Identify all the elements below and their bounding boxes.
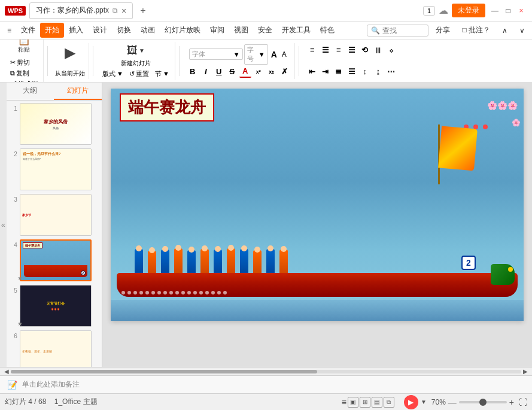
text-direction2-button[interactable]: ⬦ [385, 44, 397, 56]
minimize-button[interactable]: — [489, 5, 501, 17]
menu-animation[interactable]: 动画 [136, 23, 160, 38]
slide-thumb-2[interactable]: 说一说，元旦节什么日? 知道了什么风俗? [20, 148, 92, 190]
maximize-button[interactable]: □ [502, 5, 514, 17]
scrollbar-track[interactable] [11, 370, 521, 373]
font-dropdown-icon[interactable]: ▼ [233, 51, 240, 58]
new-slide-button[interactable]: 🖼 ▼ [124, 43, 147, 58]
italic-button[interactable]: I [200, 66, 212, 78]
slide-thumb-6[interactable]: 年夜饭、着年、走亲情 [20, 330, 92, 367]
outline-tab[interactable]: 大纲 [7, 83, 54, 100]
menu-view[interactable]: 视图 [229, 23, 253, 38]
notes-placeholder[interactable]: 单击此处添加备注 [22, 379, 80, 390]
hamburger-menu[interactable]: ≡ [2, 24, 16, 37]
menu-design[interactable]: 设计 [88, 23, 112, 38]
list-view-icon[interactable]: ≡ [342, 397, 346, 407]
search-input[interactable] [382, 26, 424, 35]
cloud-icon[interactable]: ☁ [439, 5, 448, 16]
review-comment-button[interactable]: □ 批注？ [457, 23, 495, 38]
align-right-button[interactable]: ≡ [333, 44, 345, 56]
add-tab-button[interactable]: + [136, 5, 149, 16]
indent-decrease-button[interactable]: ⇤ [306, 66, 318, 78]
clear-format-button[interactable]: ✗ [279, 66, 291, 78]
align-center-button[interactable]: ☰ [320, 44, 332, 56]
superscript-button[interactable]: x² [253, 66, 265, 78]
fit-to-screen-button[interactable]: ⛶ [519, 397, 527, 407]
bold-button[interactable]: B [187, 66, 199, 78]
grid-view-button[interactable]: ⊞ [360, 397, 370, 408]
zoom-slider-thumb[interactable] [479, 399, 487, 406]
play-dropdown-icon[interactable]: ▼ [421, 399, 427, 405]
section-button[interactable]: 节▼ [153, 69, 171, 79]
slide-item-4[interactable]: 4 端午赛龙舟 2 ★ [9, 239, 99, 281]
zoom-plus-button[interactable]: + [509, 397, 514, 407]
strikethrough-button[interactable]: S [226, 66, 238, 78]
scrollbar-thumb[interactable] [11, 370, 317, 373]
active-tab[interactable]: 习作：家乡的风俗.pptx ⧉ × [29, 2, 133, 19]
slide-item-1[interactable]: 1 家乡的风俗 风俗 [9, 103, 99, 145]
menu-start[interactable]: 开始 [40, 23, 64, 38]
slides-tab[interactable]: 幻灯片 [54, 83, 102, 100]
slide-item-6[interactable]: 6 年夜饭、着年、走亲情 [9, 330, 99, 367]
justify-button[interactable]: ☰ [346, 44, 358, 56]
font-color-button[interactable]: A [239, 66, 251, 78]
play-from-current-button[interactable]: ▶ [59, 44, 81, 61]
menu-slideshow[interactable]: 幻灯片放映 [160, 23, 205, 38]
zoom-slider-track[interactable] [459, 401, 507, 403]
slide-thumb-3[interactable]: 家乡节 [20, 194, 92, 236]
close-window-button[interactable]: × [515, 5, 527, 17]
scroll-left-button[interactable]: ◀ [2, 368, 11, 375]
search-box[interactable]: 🔍 [367, 25, 428, 37]
new-slide-dropdown-icon[interactable]: ▼ [139, 47, 145, 54]
font-size-selector[interactable]: 字号 ▼ [244, 44, 268, 65]
menu-insert[interactable]: 插入 [64, 23, 88, 38]
horizontal-scrollbar[interactable]: ◀ ▶ [0, 367, 532, 375]
scroll-right-button[interactable]: ▶ [521, 368, 530, 375]
more-para-button[interactable]: ⋯ [385, 66, 397, 78]
paste-button[interactable]: 📋 粘贴 [13, 40, 35, 55]
slide-item-5[interactable]: 5 元宵节灯会 🏮🏮🏮 ★ [9, 285, 99, 327]
line-spacing-button[interactable]: ↕ [359, 66, 371, 78]
indent-increase-button[interactable]: ⇥ [320, 66, 332, 78]
page-num-badge: 1 [423, 6, 435, 16]
align-left-button[interactable]: ≡ [306, 44, 318, 56]
menu-security[interactable]: 安全 [253, 23, 277, 38]
font-size-up-button[interactable]: A [269, 49, 279, 60]
tab-copy-icon[interactable]: ⧉ [113, 7, 118, 15]
underline-button[interactable]: U [213, 66, 225, 78]
menu-file[interactable]: 文件 [16, 23, 40, 38]
share-button[interactable]: 分享 [431, 23, 455, 38]
number-list-button[interactable]: ☰ [346, 66, 358, 78]
subscript-button[interactable]: x₂ [266, 66, 278, 78]
menu-review[interactable]: 审阅 [205, 23, 229, 38]
menu-developer[interactable]: 开发工具 [277, 23, 315, 38]
menu-transition[interactable]: 切换 [112, 23, 136, 38]
font-size-dropdown-icon[interactable]: ▼ [259, 51, 265, 58]
font-size-down-button[interactable]: A [280, 50, 288, 59]
more-options-button[interactable]: ∨ [515, 24, 530, 37]
slide-thumb-1[interactable]: 家乡的风俗 风俗 [20, 103, 92, 145]
slide-item-2[interactable]: 2 说一说，元旦节什么日? 知道了什么风俗? [9, 148, 99, 190]
login-button[interactable]: 未登录 [452, 4, 485, 17]
columns-button[interactable]: ⫼ [372, 44, 384, 56]
font-name-selector[interactable]: 字体 ▼ [189, 48, 243, 60]
zoom-minus-button[interactable]: — [448, 397, 457, 407]
slide-item-3[interactable]: 3 家乡节 [9, 194, 99, 236]
slide-thumb-5[interactable]: 元宵节灯会 🏮🏮🏮 [20, 285, 92, 327]
layout-button[interactable]: 版式▼ [101, 69, 125, 79]
para-spacing-button[interactable]: ↨ [372, 66, 384, 78]
play-button[interactable]: ▶ [404, 395, 418, 409]
slide-view-button[interactable]: ▤ [372, 397, 382, 408]
cut-button[interactable]: ✂ 剪切 [8, 57, 39, 68]
normal-view-button[interactable]: ▣ [348, 397, 358, 408]
read-view-button[interactable]: ⧉ [384, 397, 394, 408]
menu-special[interactable]: 特色 [315, 23, 339, 38]
copy-button[interactable]: ⧉ 复制 [8, 68, 39, 78]
collapse-ribbon-button[interactable]: ∧ [497, 24, 512, 37]
text-direction-button[interactable]: ⟲ [359, 44, 371, 56]
collapse-panel-button[interactable]: « [0, 83, 7, 367]
slide-thumb-4[interactable]: 端午赛龙舟 2 [20, 239, 92, 281]
slide-canvas[interactable]: 端午赛龙舟 🌸🌸🌸 🌸 [111, 89, 524, 321]
reset-button[interactable]: ↺ 重置 [127, 69, 151, 79]
tab-close-icon[interactable]: × [121, 6, 126, 16]
bullet-list-button[interactable]: ≣ [333, 66, 345, 78]
